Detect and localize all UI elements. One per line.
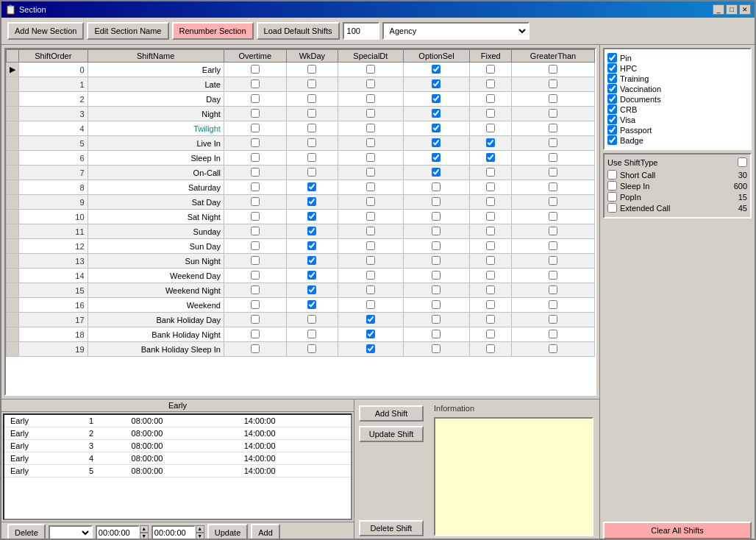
agency-select[interactable]: Agency [382,22,529,40]
overtime-checkbox[interactable] [251,227,260,235]
specialdt-checkbox[interactable] [366,79,375,88]
fixed-checkbox[interactable] [486,256,495,265]
renumber-section-button[interactable]: Renumber Section [172,22,254,40]
fixed-checkbox[interactable] [486,300,495,309]
add-button[interactable]: Add [251,524,280,541]
greaterthan-checkbox[interactable] [549,212,557,221]
wkday-checkbox[interactable] [307,94,316,103]
panel-checkbox-training[interactable] [607,74,617,83]
fixed-checkbox[interactable] [486,79,495,88]
table-row[interactable]: ▶0Early [7,63,595,77]
optionsel-checkbox[interactable] [432,109,441,118]
optionsel-checkbox[interactable] [432,227,441,235]
delete-shift-button[interactable]: Delete Shift [359,520,424,536]
optionsel-checkbox[interactable] [432,153,441,162]
greaterthan-checkbox[interactable] [549,124,557,132]
greaterthan-checkbox[interactable] [549,256,557,265]
update-shift-button[interactable]: Update Shift [359,426,424,442]
shift-row[interactable]: Early108:00:0014:00:00 [4,415,351,427]
table-row[interactable]: 14Weekend Day [7,269,595,283]
fixed-checkbox[interactable] [486,344,495,353]
wkday-checkbox[interactable] [307,330,316,338]
wkday-checkbox[interactable] [307,138,316,147]
overtime-checkbox[interactable] [251,300,260,309]
load-default-shifts-button[interactable]: Load Default Shifts [257,22,340,40]
optionsel-checkbox[interactable] [432,315,441,324]
optionsel-checkbox[interactable] [432,79,441,88]
shift-dropdown[interactable] [49,525,93,540]
table-row[interactable]: 1Late [7,77,595,92]
overtime-checkbox[interactable] [251,315,260,324]
overtime-checkbox[interactable] [251,124,260,132]
fixed-checkbox[interactable] [486,315,495,324]
fixed-checkbox[interactable] [486,65,495,74]
panel-checkbox-visa[interactable] [607,115,617,124]
table-row[interactable]: 13Sun Night [7,254,595,269]
table-row[interactable]: 10Sat Night [7,210,595,224]
panel-checkbox-documents[interactable] [607,94,617,104]
greaterthan-checkbox[interactable] [549,79,557,88]
specialdt-checkbox[interactable] [366,153,375,162]
shift-type-checkbox-short-call[interactable] [607,170,617,180]
number-input[interactable] [343,22,379,40]
wkday-checkbox[interactable] [307,227,316,235]
table-row[interactable]: 6Sleep In [7,151,595,166]
overtime-checkbox[interactable] [251,344,260,353]
wkday-checkbox[interactable] [307,241,316,250]
specialdt-checkbox[interactable] [366,241,375,250]
clear-all-shifts-button[interactable]: Clear All Shifts [603,522,752,539]
specialdt-checkbox[interactable] [366,94,375,103]
greaterthan-checkbox[interactable] [549,330,557,338]
add-new-section-button[interactable]: Add New Section [7,22,84,40]
optionsel-checkbox[interactable] [432,168,441,177]
fixed-checkbox[interactable] [486,212,495,221]
panel-checkbox-vaccination[interactable] [607,84,617,93]
table-row[interactable]: 19Bank Holiday Sleep In [7,342,595,357]
time2-down[interactable]: ▼ [196,533,204,540]
optionsel-checkbox[interactable] [432,138,441,147]
greaterthan-checkbox[interactable] [549,285,557,294]
overtime-checkbox[interactable] [251,241,260,250]
time2-input[interactable] [151,525,196,540]
delete-button[interactable]: Delete [7,524,46,541]
overtime-checkbox[interactable] [251,138,260,147]
optionsel-checkbox[interactable] [432,65,441,74]
greaterthan-checkbox[interactable] [549,182,557,191]
maximize-button[interactable]: □ [726,4,738,15]
optionsel-checkbox[interactable] [432,182,441,191]
fixed-checkbox[interactable] [486,182,495,191]
specialdt-checkbox[interactable] [366,138,375,147]
specialdt-checkbox[interactable] [366,212,375,221]
optionsel-checkbox[interactable] [432,124,441,132]
table-row[interactable]: 17Bank Holiday Day [7,313,595,327]
overtime-checkbox[interactable] [251,256,260,265]
optionsel-checkbox[interactable] [432,212,441,221]
specialdt-checkbox[interactable] [366,330,375,338]
greaterthan-checkbox[interactable] [549,241,557,250]
table-row[interactable]: 4Twilight [7,121,595,136]
overtime-checkbox[interactable] [251,109,260,118]
wkday-checkbox[interactable] [307,344,316,353]
table-row[interactable]: 3Night [7,107,595,121]
shift-type-checkbox-sleep-in[interactable] [607,181,617,191]
specialdt-checkbox[interactable] [366,227,375,235]
greaterthan-checkbox[interactable] [549,315,557,324]
greaterthan-checkbox[interactable] [549,65,557,74]
update-button[interactable]: Update [207,524,248,541]
use-shift-type-checkbox[interactable] [738,157,747,167]
fixed-checkbox[interactable] [486,241,495,250]
wkday-checkbox[interactable] [307,65,316,74]
shift-type-checkbox-extended-call[interactable] [607,203,617,213]
fixed-checkbox[interactable] [486,124,495,132]
shift-row[interactable]: Early308:00:0014:00:00 [4,440,351,452]
optionsel-checkbox[interactable] [432,330,441,338]
greaterthan-checkbox[interactable] [549,153,557,162]
time2-up[interactable]: ▲ [196,525,204,533]
optionsel-checkbox[interactable] [432,197,441,206]
wkday-checkbox[interactable] [307,285,316,294]
panel-checkbox-crb[interactable] [607,104,617,114]
greaterthan-checkbox[interactable] [549,344,557,353]
wkday-checkbox[interactable] [307,124,316,132]
fixed-checkbox[interactable] [486,109,495,118]
optionsel-checkbox[interactable] [432,344,441,353]
